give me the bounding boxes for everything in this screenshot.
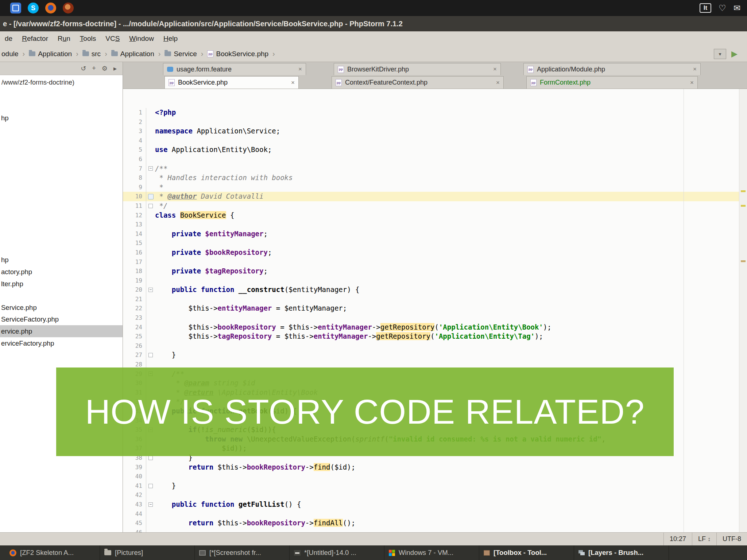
menu-item-refactor[interactable]: Refactor (17, 35, 53, 43)
code-line[interactable]: 40 (123, 472, 739, 481)
breadcrumb-item[interactable]: src (81, 50, 102, 58)
code-line[interactable]: 12class BookService { (123, 211, 739, 220)
gutter-fold-column[interactable] (146, 276, 155, 285)
taskbar-item[interactable]: [Layers - Brush... (574, 545, 669, 560)
editor-tab-usage-form-feature[interactable]: usage.form.feature× (163, 63, 306, 75)
menu-item-tools[interactable]: Tools (75, 35, 101, 43)
gutter-fold-column[interactable] (146, 518, 155, 528)
error-stripe-scrollbar[interactable] (739, 89, 747, 532)
menu-item-help[interactable]: Help (159, 35, 182, 43)
gutter-fold-column[interactable] (146, 127, 155, 136)
gutter-fold-column[interactable] (146, 117, 155, 127)
code-line[interactable]: 4 (123, 136, 739, 145)
code-line[interactable]: 1<?php (123, 108, 739, 117)
fold-start-icon[interactable]: − (148, 166, 153, 171)
project-file-item[interactable]: Service.php (0, 302, 123, 314)
refresh-icon[interactable]: ↺ (81, 65, 86, 73)
app-launcher-icon[interactable] (10, 3, 21, 13)
app-icon-red[interactable] (63, 3, 74, 13)
code-line[interactable]: 14 private $entityManager; (123, 229, 739, 239)
project-file-item[interactable]: ServiceFactory.php (0, 313, 123, 325)
gutter-fold-column[interactable] (146, 481, 155, 491)
gutter-fold-column[interactable] (146, 528, 155, 532)
editor-tab-context-featurecontext-php[interactable]: ppContext/FeatureContext.php× (332, 76, 504, 89)
code-line[interactable]: 17 (123, 257, 739, 267)
code-area[interactable]: 1<?php23namespace Application\Service;45… (123, 89, 739, 532)
gutter-fold-column[interactable] (146, 201, 155, 211)
fold-start-icon[interactable]: − (148, 288, 153, 292)
mail-icon[interactable]: ✉ (734, 4, 740, 12)
code-line[interactable]: 3namespace Application\Service; (123, 127, 739, 136)
close-icon[interactable]: × (291, 79, 295, 86)
gutter-fold-column[interactable] (146, 136, 155, 145)
locate-icon[interactable]: + (92, 65, 96, 72)
line-separator-indicator[interactable]: LF (692, 533, 716, 545)
code-line[interactable]: 15 (123, 238, 739, 248)
gutter-fold-column[interactable] (146, 313, 155, 323)
gutter-fold-column[interactable] (146, 248, 155, 257)
code-line[interactable]: 8 * Handles interaction with books (123, 173, 739, 183)
fold-start-icon[interactable]: − (148, 502, 153, 507)
code-line[interactable]: 42 (123, 490, 739, 500)
gutter-bookmark-icon[interactable] (148, 194, 154, 199)
taskbar-item[interactable]: [Pictures] (100, 545, 195, 560)
gutter-fold-column[interactable] (146, 183, 155, 192)
menu-item-run[interactable]: Run (53, 35, 75, 43)
fold-end-icon[interactable] (148, 484, 153, 488)
project-file-item[interactable]: hp (0, 254, 123, 266)
code-line[interactable]: 20− public function __construct($entityM… (123, 285, 739, 295)
gutter-fold-column[interactable] (146, 145, 155, 155)
code-line[interactable]: 46 (123, 528, 739, 532)
encoding-indicator[interactable]: UTF-8 (716, 533, 747, 545)
gutter-fold-column[interactable] (146, 463, 155, 472)
breadcrumb-item[interactable]: Application (110, 50, 156, 58)
fold-end-icon[interactable] (148, 204, 153, 208)
project-file-item[interactable]: erviceFactory.php (0, 337, 123, 349)
warning-stripe-mark[interactable] (741, 190, 746, 192)
menu-item-de[interactable]: de (0, 35, 17, 43)
taskbar-item[interactable]: *[Untitled]-14.0 ... (290, 545, 384, 560)
gutter-fold-column[interactable] (146, 304, 155, 313)
code-line[interactable]: 5use Application\Entity\Book; (123, 145, 739, 155)
code-line[interactable]: 39 return $this->bookRepository->find($i… (123, 463, 739, 472)
code-line[interactable]: 9 * (123, 183, 739, 192)
gutter-fold-column[interactable] (146, 173, 155, 183)
project-file-item[interactable]: lter.php (0, 278, 123, 290)
editor-tab-browserkitdriver-php[interactable]: ppBrowserKitDriver.php× (334, 63, 501, 75)
project-file-item[interactable]: hp (0, 112, 123, 124)
run-button[interactable]: ▶ (731, 49, 738, 59)
editor[interactable]: 1<?php23namespace Application\Service;45… (123, 89, 747, 532)
close-icon[interactable]: × (493, 66, 497, 73)
code-line[interactable]: 21 (123, 295, 739, 304)
taskbar-item[interactable]: [*[Screenshot fr... (195, 545, 290, 560)
project-file-item[interactable]: ervice.php (0, 325, 123, 337)
gutter-fold-column[interactable] (146, 155, 155, 164)
firefox-icon[interactable] (45, 3, 56, 13)
settings-gear-icon[interactable]: ⚙ (102, 65, 108, 73)
gutter-fold-column[interactable] (146, 267, 155, 276)
collapse-icon[interactable]: ▸ (113, 65, 117, 73)
project-root-label[interactable]: /www/zf2-forms-doctrine) (1, 79, 74, 86)
menu-item-window[interactable]: Window (124, 35, 159, 43)
code-line[interactable]: 10 * @author David Cotavalli (123, 192, 739, 201)
code-line[interactable]: 19 (123, 276, 739, 285)
breadcrumb-item[interactable]: odule (0, 50, 20, 58)
breadcrumb-item[interactable]: Service (163, 50, 198, 58)
code-line[interactable]: 24 $this->bookRepository = $this->entity… (123, 323, 739, 332)
gutter-fold-column[interactable] (146, 238, 155, 248)
code-line[interactable]: 18 private $tagRepository; (123, 267, 739, 276)
taskbar-item[interactable]: Windows 7 - VM... (384, 545, 479, 560)
code-line[interactable]: 43− public function getFullList() { (123, 500, 739, 509)
gutter-fold-column[interactable] (146, 490, 155, 500)
gutter-fold-column[interactable] (146, 472, 155, 481)
gutter-fold-column[interactable] (146, 350, 155, 360)
taskbar-item[interactable]: [Toolbox - Tool... (479, 545, 574, 560)
gutter-fold-column[interactable] (146, 220, 155, 229)
warning-stripe-mark[interactable] (741, 260, 746, 262)
code-line[interactable]: 11 */ (123, 201, 739, 211)
code-line[interactable]: 2 (123, 117, 739, 127)
editor-tab-bookservice-php[interactable]: ppBookService.php× (165, 76, 299, 89)
code-line[interactable]: 6 (123, 155, 739, 164)
code-line[interactable]: 23 (123, 313, 739, 323)
close-icon[interactable]: × (496, 79, 500, 86)
